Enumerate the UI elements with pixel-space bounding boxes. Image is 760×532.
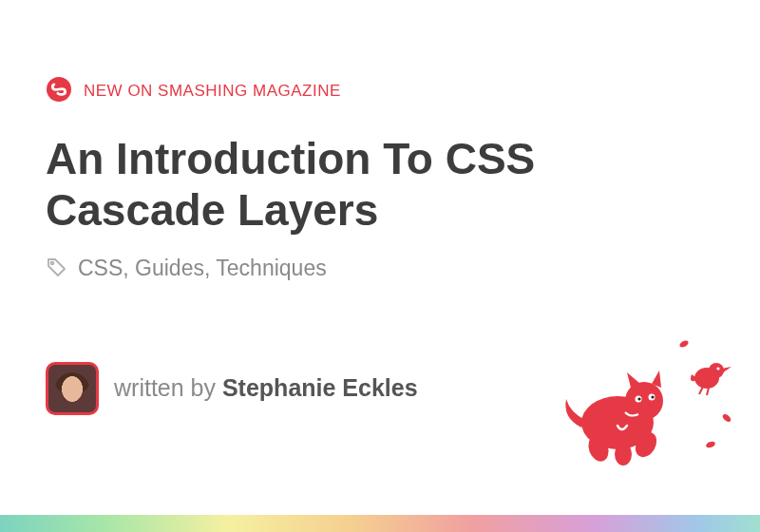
tag-icon xyxy=(46,256,68,282)
svg-point-12 xyxy=(637,397,640,400)
article-title: An Introduction To CSS Cascade Layers xyxy=(46,133,654,237)
byline-prefix: written by xyxy=(114,374,222,401)
svg-point-7 xyxy=(716,367,719,370)
svg-point-6 xyxy=(709,363,724,378)
svg-point-16 xyxy=(615,443,632,466)
tags-row: CSS, Guides, Techniques xyxy=(46,256,714,282)
svg-point-13 xyxy=(651,395,654,398)
svg-point-3 xyxy=(721,412,732,423)
svg-point-4 xyxy=(705,440,715,448)
kicker-row: NEW ON SMASHING MAGAZINE xyxy=(46,76,714,106)
byline-text: written by Stephanie Eckles xyxy=(114,374,418,402)
cat-bird-illustration xyxy=(542,332,741,475)
rainbow-divider xyxy=(0,515,760,532)
svg-point-1 xyxy=(51,261,54,264)
smashing-logo-icon xyxy=(46,76,72,106)
article-card: NEW ON SMASHING MAGAZINE An Introduction… xyxy=(0,0,760,532)
author-name: Stephanie Eckles xyxy=(222,374,418,401)
kicker-label: NEW ON SMASHING MAGAZINE xyxy=(84,82,341,101)
svg-point-2 xyxy=(678,339,690,349)
author-avatar xyxy=(46,362,99,415)
tags-list: CSS, Guides, Techniques xyxy=(78,256,327,281)
